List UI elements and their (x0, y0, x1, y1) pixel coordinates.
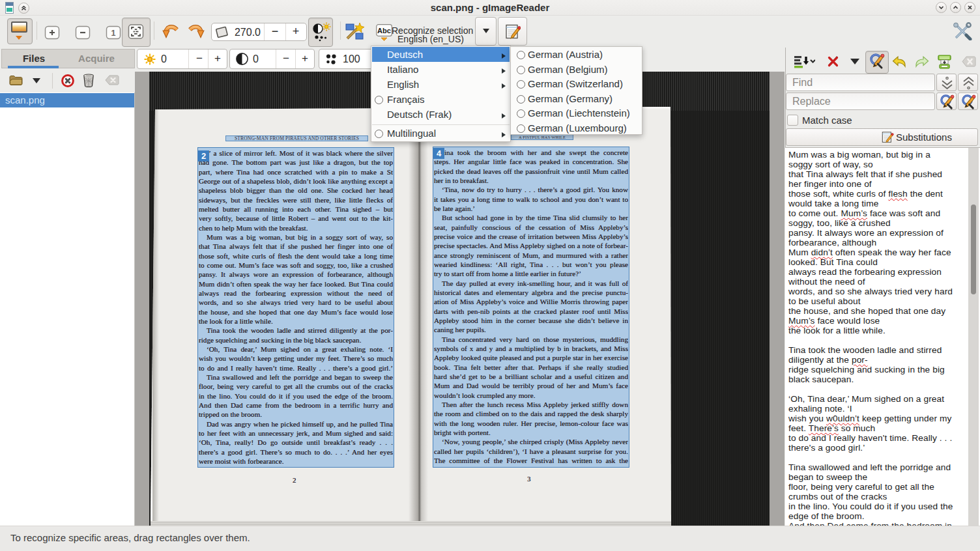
svg-text:Abc: Abc (377, 27, 391, 35)
svg-text:1: 1 (111, 29, 116, 38)
